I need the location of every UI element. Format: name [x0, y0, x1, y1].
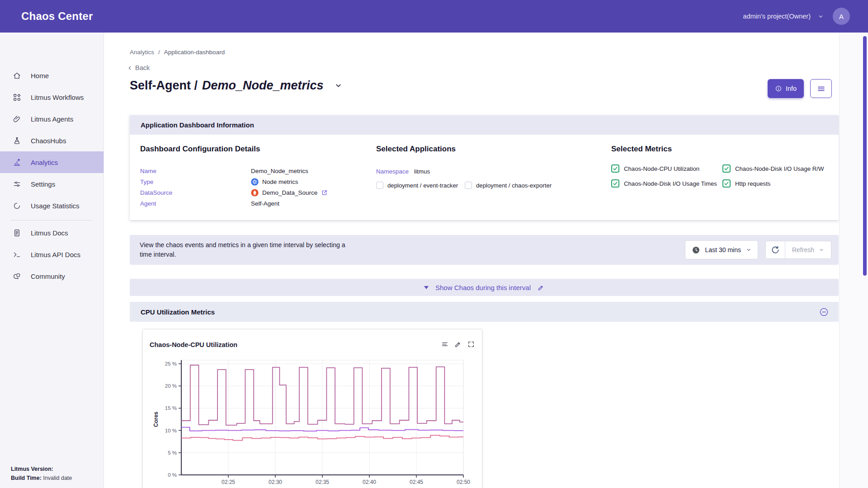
- refresh-now-button[interactable]: [765, 241, 785, 259]
- time-interval-bar: View the chaos events and metrics in a g…: [130, 235, 839, 265]
- cpu-chart-card: Chaos-Node-CPU Utilization 0 %5 %10 %15 …: [142, 329, 482, 488]
- chaos-center-app: Chaos Center admin's project(Owner) A Ho…: [0, 0, 868, 488]
- metric-checkbox-chaos-node-cpu-utilization: Chaos-Node-CPU Utilization: [611, 164, 722, 173]
- sidebar-item-litmus-workflows[interactable]: Litmus Workflows: [0, 86, 104, 108]
- info-panel-header: Application Dashboard Information: [130, 115, 839, 135]
- sidebar-footer: Litmus Version: Build Time: Invalid date: [11, 465, 72, 483]
- time-range-value: Last 30 mins: [705, 246, 741, 253]
- workflows-icon: [13, 93, 21, 102]
- config-row-name: NameDemo_Node_metrics: [140, 165, 371, 176]
- chevron-down-icon: [746, 247, 751, 253]
- community-icon: [13, 272, 21, 281]
- page-title: Self-Agent / Demo_Node_metrics: [130, 79, 324, 93]
- sidebar-divider: [11, 220, 93, 221]
- metric-checkbox-http-requests: Http requests: [722, 179, 837, 188]
- collapse-section-icon[interactable]: [819, 307, 829, 317]
- metrics-heading: Selected Metrics: [611, 145, 837, 154]
- svg-text:Cores: Cores: [153, 412, 159, 427]
- checkbox-unchecked[interactable]: [465, 182, 472, 189]
- selected-metrics: Selected Metrics Chaos-Node-CPU Utilizat…: [611, 135, 837, 188]
- time-range-dropdown[interactable]: Last 30 mins: [685, 240, 758, 259]
- project-label: admin's project(Owner): [743, 13, 811, 20]
- svg-text:02:35: 02:35: [316, 479, 329, 485]
- external-link-icon[interactable]: [321, 189, 328, 196]
- metric-checkbox-chaos-node-disk-i-o-usage-r-w: Chaos-Node-Disk I/O Usage R/W: [722, 164, 837, 173]
- dashboard-switcher-chevron-icon[interactable]: [335, 82, 342, 89]
- application-dashboard-information-panel: Application Dashboard Information Dashbo…: [130, 115, 839, 220]
- namespace-label: Namespace: [376, 168, 414, 175]
- avatar[interactable]: A: [833, 8, 850, 25]
- build-time-label: Build Time:: [11, 475, 42, 481]
- sidebar-item-litmus-agents[interactable]: Litmus Agents: [0, 108, 104, 130]
- breadcrumb: Analytics / Application-dashboard: [130, 49, 225, 56]
- svg-text:02:50: 02:50: [457, 479, 470, 485]
- cpu-utilization-chart[interactable]: 0 %5 %10 %15 %20 %25 %02:2502:3002:3502:…: [144, 357, 472, 488]
- time-interval-controls: Last 30 mins Refresh: [685, 240, 831, 259]
- show-chaos-toggle[interactable]: Show Chaos during this interval: [130, 279, 839, 296]
- node-metrics-icon: [251, 178, 259, 186]
- refresh-interval-dropdown[interactable]: Refresh: [785, 241, 831, 259]
- selected-applications: Selected Applications Namespace litmus d…: [376, 135, 602, 189]
- application-checkbox-deployment-chaos-exporter: deployment / chaos-exporter: [465, 182, 553, 189]
- sidebar-item-usage-statistics[interactable]: Usage Statistics: [0, 195, 104, 216]
- svg-text:0 %: 0 %: [168, 472, 177, 478]
- breadcrumb-separator: /: [158, 49, 160, 56]
- chart-expand-icon[interactable]: [467, 341, 475, 348]
- sidebar-item-community[interactable]: Community: [0, 265, 104, 287]
- home-icon: [13, 71, 21, 80]
- app-header: Chaos Center admin's project(Owner) A: [0, 0, 868, 33]
- refresh-label: Refresh: [792, 246, 814, 253]
- back-button[interactable]: Back: [127, 64, 150, 71]
- checkbox-checked[interactable]: [722, 179, 731, 188]
- chevron-down-icon: [818, 14, 824, 19]
- settings-icon: [13, 180, 21, 188]
- chart-edit-pencil-icon[interactable]: [454, 341, 462, 348]
- checkbox-unchecked[interactable]: [376, 182, 383, 189]
- project-selector[interactable]: admin's project(Owner): [743, 13, 824, 20]
- checkbox-checked[interactable]: [611, 164, 619, 173]
- svg-text:5 %: 5 %: [168, 450, 177, 455]
- sidebar-item-analytics[interactable]: Analytics: [0, 151, 104, 173]
- cpu-utilization-section-header: CPU Utilization Metrics: [130, 302, 839, 322]
- checkbox-checked[interactable]: [611, 179, 619, 188]
- info-icon: [775, 85, 782, 92]
- dashboard-menu-button[interactable]: [810, 79, 832, 98]
- title-row: Self-Agent / Demo_Node_metrics: [130, 79, 342, 93]
- svg-text:25 %: 25 %: [165, 361, 177, 366]
- title-agent: Self-Agent /: [130, 79, 198, 93]
- edit-pencil-icon[interactable]: [538, 284, 544, 291]
- app-title: Chaos Center: [21, 10, 93, 23]
- namespace-row: Namespace litmus: [376, 166, 602, 176]
- info-button[interactable]: Info: [768, 79, 804, 98]
- docs-icon: [13, 229, 21, 237]
- cpu-section-title: CPU Utilization Metrics: [141, 308, 215, 316]
- sidebar-item-litmus-docs[interactable]: Litmus Docs: [0, 222, 104, 244]
- sidebar-item-chaoshubs[interactable]: ChaosHubs: [0, 130, 104, 151]
- header-right: admin's project(Owner) A: [743, 8, 850, 25]
- usage-icon: [13, 202, 21, 210]
- checkbox-checked[interactable]: [722, 164, 731, 173]
- svg-text:15 %: 15 %: [165, 405, 177, 411]
- triangle-down-icon: [424, 286, 429, 289]
- scrollbar-thumb[interactable]: [863, 36, 867, 276]
- sidebar-item-litmus-api-docs[interactable]: Litmus API Docs: [0, 244, 104, 265]
- sidebar-item-home[interactable]: Home: [0, 65, 104, 86]
- chart-title: Chaos-Node-CPU Utilization: [150, 341, 237, 348]
- time-interval-description: View the chaos events and metrics in a g…: [140, 240, 348, 260]
- breadcrumb-current: Application-dashboard: [164, 49, 225, 56]
- clock-icon: [692, 246, 700, 254]
- namespace-value: litmus: [414, 168, 430, 175]
- config-row-agent: AgentSelf-Agent: [140, 198, 371, 209]
- chevron-down-icon: [819, 247, 824, 253]
- sidebar-item-settings[interactable]: Settings: [0, 173, 104, 195]
- breadcrumb-analytics[interactable]: Analytics: [130, 49, 154, 56]
- config-heading: Dashboard Configuration Details: [140, 145, 371, 154]
- litmus-version-label: Litmus Version:: [11, 466, 53, 472]
- svg-text:02:30: 02:30: [269, 479, 282, 485]
- metric-checkbox-chaos-node-disk-i-o-usage-times: Chaos-Node-Disk I/O Usage Times: [611, 179, 722, 188]
- config-row-datasource: DataSourceDemo_Data_Source: [140, 187, 371, 198]
- chart-toolbar: [441, 341, 475, 348]
- chaoshubs-icon: [13, 136, 21, 145]
- refresh-icon: [771, 245, 780, 254]
- chart-options-icon[interactable]: [441, 341, 448, 348]
